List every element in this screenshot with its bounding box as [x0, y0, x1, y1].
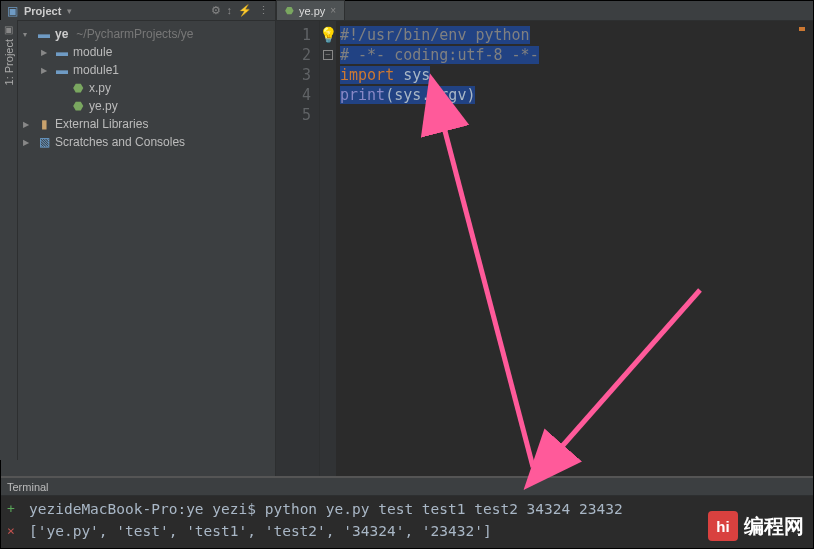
tree-item-ye-py[interactable]: ⬣ ye.py [19, 97, 275, 115]
code-line-3: import sys [340, 66, 430, 84]
tree-item-module[interactable]: ▶ ▬ module [19, 43, 275, 61]
watermark-text: 编程网 [744, 513, 804, 540]
tree-root-path: ~/PycharmProjects/ye [76, 27, 193, 41]
python-file-icon: ⬣ [71, 81, 85, 95]
folder-icon: ▬ [55, 63, 69, 77]
tree-root[interactable]: ▾ ▬ ye ~/PycharmProjects/ye [19, 25, 275, 43]
tab-ye-py[interactable]: ⬣ ye.py × [276, 0, 345, 20]
code-line-2: # -*- coding:utf-8 -*- [340, 46, 539, 64]
terminal-body[interactable]: + yezideMacBook-Pro:ye yezi$ python ye.p… [1, 496, 813, 548]
expand-icon[interactable]: ▾ [23, 30, 33, 39]
tree-item-label: module [73, 45, 112, 59]
left-tool-strip[interactable]: ▣ 1: Project [0, 20, 18, 460]
fold-column: 💡 – [320, 21, 336, 476]
watermark-logo: hi [708, 511, 738, 541]
tree-root-name: ye [55, 27, 68, 41]
terminal-line-1: + yezideMacBook-Pro:ye yezi$ python ye.p… [7, 498, 807, 520]
tool-icon-sort[interactable]: ↕ [227, 4, 233, 17]
tree-scratches[interactable]: ▶ ▧ Scratches and Consoles [19, 133, 275, 151]
project-folder-icon: ▣ [7, 4, 18, 18]
tree-item-label: External Libraries [55, 117, 148, 131]
tool-icon-more[interactable]: ⋮ [258, 4, 269, 17]
tree-item-label: ye.py [89, 99, 118, 113]
tree-item-label: module1 [73, 63, 119, 77]
tool-icon-target[interactable]: ⚙ [211, 4, 221, 17]
expand-icon[interactable]: ▶ [23, 120, 33, 129]
expand-icon[interactable]: ▶ [23, 138, 33, 147]
add-terminal-icon[interactable]: + [7, 498, 19, 520]
watermark: hi 编程网 [708, 511, 804, 541]
library-icon: ▮ [37, 117, 51, 131]
tree-item-label: Scratches and Consoles [55, 135, 185, 149]
folder-icon: ▬ [37, 27, 51, 41]
tree-item-label: x.py [89, 81, 111, 95]
close-terminal-icon[interactable]: × [7, 520, 19, 542]
tree-external-libs[interactable]: ▶ ▮ External Libraries [19, 115, 275, 133]
terminal-panel[interactable]: Terminal + yezideMacBook-Pro:ye yezi$ py… [1, 476, 813, 548]
intention-bulb-icon[interactable]: 💡 [319, 25, 338, 45]
tool-icon-collapse[interactable]: ⚡ [238, 4, 252, 17]
close-icon[interactable]: × [330, 5, 336, 16]
tool-strip-project-label[interactable]: 1: Project [3, 39, 15, 85]
python-file-icon: ⬣ [71, 99, 85, 113]
code-editor[interactable]: 1 2 3 4 5 💡 – #!/usr/bin/env python # -*… [276, 21, 813, 476]
fold-icon[interactable]: – [323, 50, 333, 60]
tab-label: ye.py [299, 5, 325, 17]
scratch-icon: ▧ [37, 135, 51, 149]
project-tree[interactable]: ▾ ▬ ye ~/PycharmProjects/ye ▶ ▬ module ▶… [1, 21, 276, 476]
code-area[interactable]: #!/usr/bin/env python # -*- coding:utf-8… [336, 21, 813, 476]
editor-tabs-bar: ⬣ ye.py × [276, 1, 813, 21]
project-tool-title: Project [24, 5, 61, 17]
error-stripe [797, 21, 807, 476]
folder-icon: ▬ [55, 45, 69, 59]
project-tool-header: ▣ Project ▾ ⚙ ↕ ⚡ ⋮ [1, 1, 276, 21]
python-file-icon: ⬣ [285, 5, 294, 16]
tree-item-module1[interactable]: ▶ ▬ module1 [19, 61, 275, 79]
tree-item-x-py[interactable]: ⬣ x.py [19, 79, 275, 97]
code-line-5 [340, 105, 813, 125]
line-gutter: 1 2 3 4 5 [276, 21, 320, 476]
expand-icon[interactable]: ▶ [41, 66, 51, 75]
code-line-4: print(sys.argv) [340, 86, 475, 104]
expand-icon[interactable]: ▶ [41, 48, 51, 57]
code-line-1: #!/usr/bin/env python [340, 26, 530, 44]
terminal-header[interactable]: Terminal [1, 478, 813, 496]
terminal-title: Terminal [7, 481, 49, 493]
project-dropdown-icon[interactable]: ▾ [67, 6, 72, 16]
terminal-line-2: × ['ye.py', 'test', 'test1', 'test2', '3… [7, 520, 807, 542]
tool-strip-icon[interactable]: ▣ [4, 24, 13, 35]
